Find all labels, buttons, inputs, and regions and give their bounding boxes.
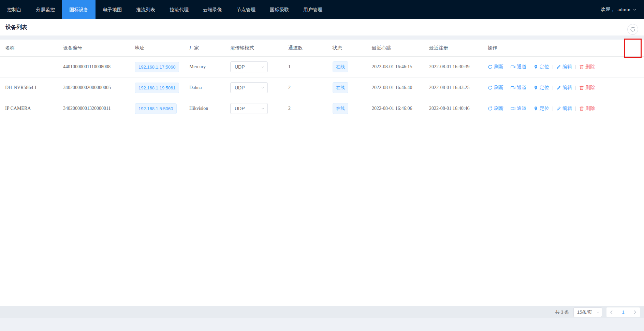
actions-cell: 刷新 通道 定位 编辑 删除 — [488, 105, 644, 112]
page-header: 设备列表 — [0, 19, 644, 35]
status-badge: 在线 — [333, 82, 348, 93]
stream-mode-select[interactable]: UDP — [230, 82, 268, 93]
refresh-icon — [488, 106, 493, 111]
refresh-action-label: 刷新 — [494, 105, 503, 112]
locate-action[interactable]: 定位 — [533, 105, 549, 112]
actions-cell: 刷新 通道 定位 编辑 删除 — [488, 85, 644, 91]
prev-page-button[interactable] — [610, 310, 613, 314]
column-header: 地址 — [135, 45, 189, 51]
nav-tab-9[interactable]: 国标级联 — [263, 0, 296, 19]
channels-action[interactable]: 通道 — [511, 85, 526, 91]
device-vendor: Mercury — [189, 64, 230, 70]
stream-mode-cell: UDP — [230, 103, 288, 114]
device-address-cell: 192.168.1.5:5060 — [135, 103, 189, 114]
stream-mode-select[interactable]: UDP — [230, 61, 268, 72]
separator — [507, 106, 507, 111]
device-address-cell: 192.168.1.19:5061 — [135, 83, 189, 93]
edit-action-label: 编辑 — [562, 105, 572, 112]
delete-action[interactable]: 删除 — [579, 105, 595, 112]
video-camera-icon — [511, 85, 515, 90]
device-code: 44010000001110008008 — [63, 64, 135, 70]
nav-tab-8[interactable]: 节点管理 — [229, 0, 263, 19]
table-body: 44010000001110008008 192.168.1.17:5060 M… — [0, 57, 644, 119]
nav-tab-7[interactable]: 云端录像 — [196, 0, 229, 19]
video-camera-icon — [511, 64, 515, 69]
refresh-action-label: 刷新 — [494, 85, 503, 91]
channels-action[interactable]: 通道 — [511, 64, 526, 70]
locate-action[interactable]: 定位 — [533, 85, 549, 91]
device-address-tag[interactable]: 192.168.1.5:5060 — [135, 103, 177, 114]
last-heartbeat: 2022-08-01 16:46:15 — [372, 64, 429, 70]
refresh-action[interactable]: 刷新 — [488, 85, 503, 91]
separator — [530, 86, 530, 90]
column-header: 操作 — [488, 45, 644, 51]
edit-action[interactable]: 编辑 — [556, 105, 572, 112]
locate-action-label: 定位 — [540, 64, 549, 70]
device-code: 34020000002000000005 — [63, 85, 135, 90]
refresh-icon — [488, 85, 493, 90]
device-address-cell: 192.168.1.17:5060 — [135, 62, 189, 72]
current-page[interactable]: 1 — [622, 310, 624, 315]
delete-action[interactable]: 删除 — [579, 85, 595, 91]
top-nav: 控制台分屏监控国标设备电子地图推流列表拉流代理云端录像节点管理国标级联用户管理 … — [0, 0, 644, 19]
device-name: IP CAMERA — [5, 106, 63, 111]
edit-action[interactable]: 编辑 — [556, 85, 572, 91]
channels-action-label: 通道 — [517, 64, 526, 70]
refresh-action[interactable]: 刷新 — [488, 64, 503, 70]
column-header: 名称 — [5, 45, 63, 51]
status-cell: 在线 — [333, 82, 372, 93]
delete-action[interactable]: 删除 — [579, 64, 595, 70]
trash-icon — [579, 85, 584, 90]
chevron-down-icon — [596, 311, 600, 314]
device-code: 34020000001320000011 — [63, 106, 135, 111]
pager: 1 — [606, 307, 640, 317]
separator — [530, 106, 530, 111]
nav-tab-3[interactable]: 国标设备 — [62, 0, 96, 19]
stream-mode-cell: UDP — [230, 61, 288, 72]
nav-tab-1[interactable]: 控制台 — [0, 0, 29, 19]
welcome-label: 欢迎， — [601, 6, 615, 13]
column-header: 厂家 — [189, 45, 230, 51]
nav-tab-4[interactable]: 电子地图 — [96, 0, 129, 19]
refresh-icon — [488, 64, 493, 69]
device-address-tag[interactable]: 192.168.1.17:5060 — [135, 62, 179, 72]
column-header: 流传输模式 — [230, 45, 288, 51]
refresh-action[interactable]: 刷新 — [488, 105, 503, 112]
nav-tab-6[interactable]: 拉流代理 — [162, 0, 196, 19]
locate-action[interactable]: 定位 — [533, 64, 549, 70]
separator — [575, 65, 576, 69]
table-header-row: 名称设备编号地址厂家流传输模式通道数状态最近心跳最近注册操作 — [0, 40, 644, 57]
username: admin — [618, 7, 631, 13]
nav-tab-10[interactable]: 用户管理 — [296, 0, 330, 19]
device-address-tag[interactable]: 192.168.1.19:5061 — [135, 83, 179, 93]
edit-action[interactable]: 编辑 — [556, 64, 572, 70]
delete-action-label: 删除 — [585, 105, 595, 112]
status-badge: 在线 — [333, 103, 348, 114]
channels-action[interactable]: 通道 — [511, 105, 526, 112]
device-table: 名称设备编号地址厂家流传输模式通道数状态最近心跳最近注册操作 440100000… — [0, 40, 644, 306]
separator — [575, 106, 576, 111]
last-heartbeat: 2022-08-01 16:46:40 — [372, 85, 429, 90]
trash-icon — [579, 64, 584, 69]
stream-mode-select[interactable]: UDP — [230, 103, 268, 114]
separator — [553, 86, 553, 90]
next-page-button[interactable] — [633, 310, 636, 314]
separator — [575, 86, 576, 90]
nav-tab-2[interactable]: 分屏监控 — [29, 0, 62, 19]
nav-tab-5[interactable]: 推流列表 — [129, 0, 162, 19]
stream-mode-cell: UDP — [230, 82, 288, 93]
column-header: 通道数 — [288, 45, 333, 51]
edit-pencil-icon — [556, 106, 561, 111]
table-row: DH-NVR5864-I 34020000002000000005 192.16… — [0, 77, 644, 98]
column-header: 设备编号 — [63, 45, 135, 51]
page-size-select[interactable]: 15条/页 — [573, 307, 602, 317]
refresh-list-button[interactable] — [627, 24, 638, 35]
locate-action-label: 定位 — [540, 105, 549, 112]
separator — [553, 106, 553, 111]
actions-cell: 刷新 通道 定位 编辑 删除 — [488, 64, 644, 70]
separator — [507, 86, 507, 90]
table-row: IP CAMERA 34020000001320000011 192.168.1… — [0, 98, 644, 119]
channel-count: 2 — [288, 106, 333, 111]
pagination-bar: 共 3 条 15条/页 1 — [0, 306, 644, 318]
user-menu[interactable]: 欢迎，admin — [601, 0, 644, 19]
